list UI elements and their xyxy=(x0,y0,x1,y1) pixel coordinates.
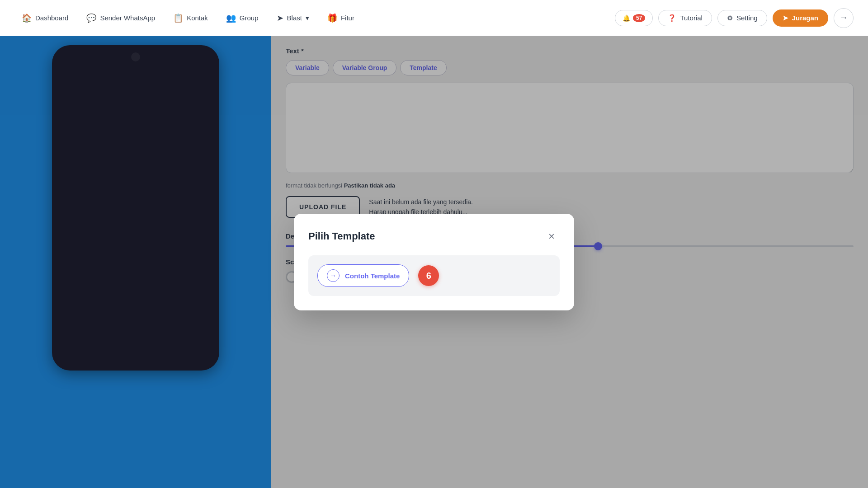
template-badge: 6 xyxy=(418,265,439,286)
nav-sender[interactable]: 💬 Sender WhatsApp xyxy=(79,9,162,27)
setting-label: Setting xyxy=(736,14,758,22)
nav-kontak-label: Kontak xyxy=(187,14,208,22)
nav-sender-label: Sender WhatsApp xyxy=(100,14,155,22)
setting-icon: ⚙ xyxy=(727,14,733,22)
juragan-button[interactable]: ➤ Juragan xyxy=(773,9,828,27)
dashboard-icon: 🏠 xyxy=(22,13,32,23)
juragan-icon: ➤ xyxy=(783,14,788,22)
nav-group[interactable]: 👥 Group xyxy=(219,9,266,27)
notification-badge: 57 xyxy=(633,14,645,22)
navbar: 🏠 Dashboard 💬 Sender WhatsApp 📋 Kontak 👥… xyxy=(0,0,868,36)
nav-kontak[interactable]: 📋 Kontak xyxy=(166,9,215,27)
nav-group-label: Group xyxy=(240,14,259,22)
nav-right-actions: 🔔 57 ❓ Tutorial ⚙ Setting ➤ Juragan → xyxy=(615,8,854,28)
logout-icon: → xyxy=(840,13,848,23)
whatsapp-icon: 💬 xyxy=(86,13,96,23)
kontak-icon: 📋 xyxy=(173,13,183,23)
modal-content: → Contoh Template 6 xyxy=(308,255,560,296)
modal-close-button[interactable]: × xyxy=(543,228,560,244)
modal: Pilih Template × → Contoh Template 6 xyxy=(294,214,574,310)
nav-fitur-label: Fitur xyxy=(341,14,354,22)
setting-button[interactable]: ⚙ Setting xyxy=(717,10,767,26)
notification-button[interactable]: 🔔 57 xyxy=(615,10,653,26)
nav-dashboard-label: Dashboard xyxy=(35,14,68,22)
bell-icon: 🔔 xyxy=(623,14,630,22)
template-arrow-icon: → xyxy=(327,269,340,282)
fitur-icon: 🎁 xyxy=(327,13,337,23)
blast-dropdown-icon: ▾ xyxy=(306,14,309,22)
contoh-template-button[interactable]: → Contoh Template xyxy=(317,264,409,287)
nav-blast-label: Blast xyxy=(287,14,302,22)
nav-fitur[interactable]: 🎁 Fitur xyxy=(320,9,362,27)
tutorial-icon: ❓ xyxy=(668,14,676,22)
tutorial-button[interactable]: ❓ Tutorial xyxy=(658,10,712,26)
modal-overlay[interactable]: Pilih Template × → Contoh Template 6 xyxy=(0,36,868,488)
logout-button[interactable]: → xyxy=(834,8,854,28)
template-item-label: Contoh Template xyxy=(345,272,400,280)
juragan-label: Juragan xyxy=(792,14,818,22)
blast-icon: ➤ xyxy=(277,13,283,23)
nav-blast[interactable]: ➤ Blast ▾ xyxy=(269,9,316,27)
tutorial-label: Tutorial xyxy=(680,14,702,22)
modal-title: Pilih Template xyxy=(308,230,375,242)
group-icon: 👥 xyxy=(226,13,236,23)
modal-header: Pilih Template × xyxy=(308,228,560,244)
nav-dashboard[interactable]: 🏠 Dashboard xyxy=(14,9,75,27)
